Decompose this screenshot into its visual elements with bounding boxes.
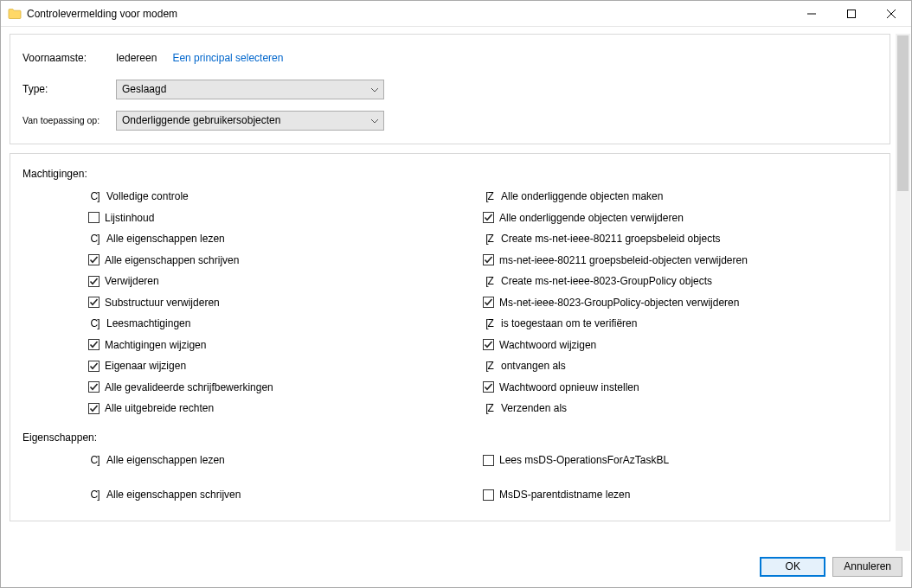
permission-checkbox[interactable]: [Z xyxy=(483,361,496,372)
permission-item: Wachtwoord opnieuw instellen xyxy=(483,380,877,395)
permission-checkbox[interactable] xyxy=(483,297,494,308)
permission-checkbox[interactable]: [Z xyxy=(483,403,496,414)
permissions-panel: Machtigingen: C]Volledige controleLijsti… xyxy=(10,153,890,521)
permission-label: Wachtwoord opnieuw instellen xyxy=(499,381,639,393)
permission-checkbox[interactable] xyxy=(88,212,100,223)
client-area: Voornaamste: Iedereen Een principal sele… xyxy=(1,27,911,551)
permission-item: Machtigingen wijzigen xyxy=(88,337,483,353)
permission-item: Verwijderen xyxy=(88,273,483,289)
permissions-columns: C]Volledige controleLijstinhoudC]Alle ei… xyxy=(88,189,877,416)
properties-title: Eigenschappen: xyxy=(22,431,877,444)
properties-col-left: C]Alle eigenschappen lezenC]Alle eigensc… xyxy=(88,452,483,502)
permission-label: Alle eigenschappen lezen xyxy=(106,454,225,466)
permission-label: ontvangen als xyxy=(501,360,566,372)
permission-label: Lees msDS-OperationsForAzTaskBL xyxy=(499,454,669,466)
maximize-button[interactable] xyxy=(832,1,871,27)
chevron-down-icon xyxy=(371,114,378,126)
properties-col-right: Lees msDS-OperationsForAzTaskBLMsDS-pare… xyxy=(483,452,877,502)
permission-label: Verwijderen xyxy=(105,275,159,287)
permission-label: is toegestaan om te verifiëren xyxy=(501,317,637,329)
permission-label: Alle eigenschappen schrijven xyxy=(106,489,241,501)
close-button[interactable] xyxy=(871,1,911,27)
permission-checkbox[interactable] xyxy=(88,254,100,265)
permission-checkbox[interactable] xyxy=(88,381,100,393)
ok-button[interactable]: OK xyxy=(760,557,825,577)
permission-checkbox[interactable] xyxy=(88,403,100,414)
permission-checkbox[interactable]: [Z xyxy=(483,233,496,245)
applies-label: Van toepassing op: xyxy=(22,115,116,125)
permission-checkbox[interactable] xyxy=(483,339,494,350)
permission-item: MsDS-parentdistname lezen xyxy=(483,487,877,502)
permission-label: Wachtwoord wijzigen xyxy=(499,339,596,351)
chevron-down-icon xyxy=(371,83,378,95)
permission-label: Alle eigenschappen schrijven xyxy=(105,254,239,266)
cancel-button[interactable]: Annuleren xyxy=(832,557,902,577)
permission-checkbox[interactable]: [Z xyxy=(483,318,496,329)
permission-checkbox[interactable] xyxy=(483,381,494,393)
permission-item: Eigenaar wijzigen xyxy=(88,358,483,374)
permission-checkbox[interactable]: C] xyxy=(88,455,101,466)
permission-item: Alle eigenschappen schrijven xyxy=(88,252,483,268)
permission-item: Alle onderliggende objecten verwijderen xyxy=(483,210,877,226)
permission-item: [Zis toegestaan om te verifiëren xyxy=(483,316,877,331)
window-title: Controlevermelding voor modem xyxy=(27,8,177,20)
permissions-col-right: [ZAlle onderliggende objecten makenAlle … xyxy=(483,189,877,416)
permission-label: Ms-net-ieee-8023-GroupPolicy-objecten ve… xyxy=(499,297,739,309)
permission-item: [Zontvangen als xyxy=(483,358,877,374)
principal-label: Voornaamste: xyxy=(22,52,116,64)
permission-label: Machtigingen wijzigen xyxy=(105,339,206,351)
type-combo[interactable]: Geslaagd xyxy=(116,80,384,99)
permission-label: Alle uitgebreide rechten xyxy=(105,402,214,414)
permission-item: ms-net-ieee-80211 groepsbeleid-objecten … xyxy=(483,252,877,268)
permission-checkbox[interactable] xyxy=(483,489,494,501)
permission-checkbox[interactable]: C] xyxy=(88,489,101,501)
permission-checkbox[interactable] xyxy=(483,212,494,223)
permission-item: C]Alle eigenschappen schrijven xyxy=(88,487,483,502)
permission-checkbox[interactable]: [Z xyxy=(483,276,496,287)
permission-item: Substructuur verwijderen xyxy=(88,295,483,310)
permission-label: Lijstinhoud xyxy=(105,212,154,224)
permission-label: Verzenden als xyxy=(501,402,567,414)
permission-label: Alle onderliggende objecten verwijderen xyxy=(499,212,684,224)
permission-label: Create ms-net-ieee-8023-GroupPolicy obje… xyxy=(501,275,712,287)
permission-checkbox[interactable] xyxy=(88,276,100,287)
permission-item: C]Alle eigenschappen lezen xyxy=(88,452,483,468)
type-combo-value: Geslaagd xyxy=(122,83,166,95)
select-principal-link[interactable]: Een principal selecteren xyxy=(172,52,283,64)
applies-combo-value: Onderliggende gebruikersobjecten xyxy=(122,114,280,126)
vertical-scrollbar[interactable] xyxy=(896,34,910,551)
permission-checkbox[interactable] xyxy=(483,455,494,466)
permission-item: [ZAlle onderliggende objecten maken xyxy=(483,189,877,204)
svg-rect-0 xyxy=(848,10,856,17)
applies-combo[interactable]: Onderliggende gebruikersobjecten xyxy=(116,111,384,131)
permission-label: Substructuur verwijderen xyxy=(105,297,220,309)
principal-value: Iedereen xyxy=(116,52,157,64)
scroll-content: Voornaamste: Iedereen Een principal sele… xyxy=(8,34,896,551)
permissions-title: Machtigingen: xyxy=(22,168,877,180)
permission-item: C]Leesmachtigingen xyxy=(88,316,483,331)
permission-item: [ZVerzenden als xyxy=(483,400,877,416)
permission-checkbox[interactable]: C] xyxy=(88,191,101,202)
permission-item: Wachtwoord wijzigen xyxy=(483,337,877,353)
permission-label: Alle gevalideerde schrijfbewerkingen xyxy=(105,381,273,393)
permission-label: Leesmachtigingen xyxy=(106,317,190,329)
permission-label: Eigenaar wijzigen xyxy=(105,360,186,372)
permission-item: Lees msDS-OperationsForAzTaskBL xyxy=(483,452,877,468)
minimize-button[interactable] xyxy=(792,1,832,27)
permission-checkbox[interactable] xyxy=(88,297,100,308)
permission-label: Alle eigenschappen lezen xyxy=(106,233,225,245)
window: Controlevermelding voor modem Voornaamst… xyxy=(0,0,912,588)
permission-item: C]Alle eigenschappen lezen xyxy=(88,231,483,246)
titlebar: Controlevermelding voor modem xyxy=(1,1,911,27)
permission-checkbox[interactable] xyxy=(483,254,494,265)
permission-checkbox[interactable]: C] xyxy=(88,318,101,329)
permission-label: Create ms-net-ieee-80211 groepsbeleid ob… xyxy=(501,233,720,245)
permission-checkbox[interactable]: C] xyxy=(88,233,101,245)
scrollbar-thumb[interactable] xyxy=(897,35,909,191)
permission-checkbox[interactable] xyxy=(88,339,100,350)
permission-item: C]Volledige controle xyxy=(88,189,483,204)
permission-checkbox[interactable]: [Z xyxy=(483,191,496,202)
permissions-col-left: C]Volledige controleLijstinhoudC]Alle ei… xyxy=(88,189,483,416)
permission-checkbox[interactable] xyxy=(88,361,100,372)
properties-columns: C]Alle eigenschappen lezenC]Alle eigensc… xyxy=(88,452,877,502)
